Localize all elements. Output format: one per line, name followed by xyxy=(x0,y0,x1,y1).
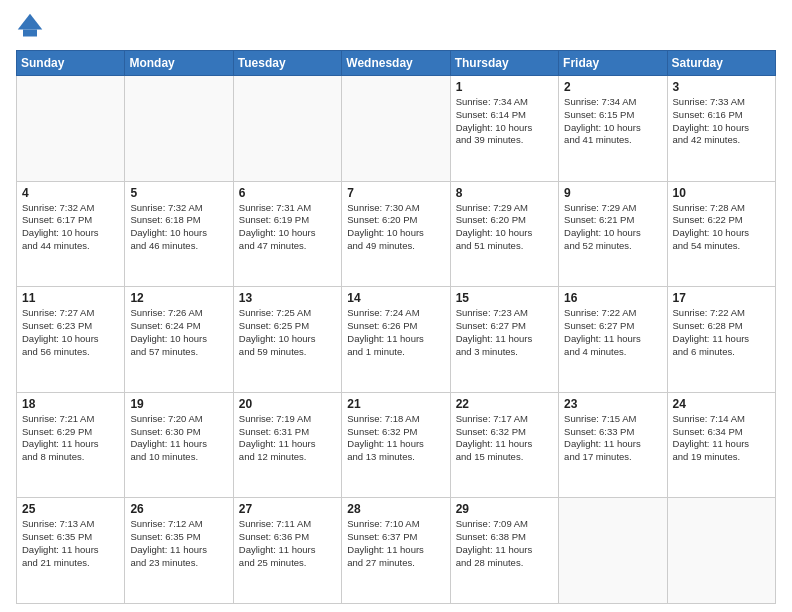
calendar-week-row: 11Sunrise: 7:27 AM Sunset: 6:23 PM Dayli… xyxy=(17,287,776,393)
day-number: 23 xyxy=(564,397,661,411)
calendar-cell: 28Sunrise: 7:10 AM Sunset: 6:37 PM Dayli… xyxy=(342,498,450,604)
calendar-cell: 4Sunrise: 7:32 AM Sunset: 6:17 PM Daylig… xyxy=(17,181,125,287)
day-info: Sunrise: 7:23 AM Sunset: 6:27 PM Dayligh… xyxy=(456,307,553,358)
day-info: Sunrise: 7:26 AM Sunset: 6:24 PM Dayligh… xyxy=(130,307,227,358)
calendar-cell xyxy=(125,76,233,182)
calendar-cell xyxy=(342,76,450,182)
calendar-cell: 16Sunrise: 7:22 AM Sunset: 6:27 PM Dayli… xyxy=(559,287,667,393)
day-info: Sunrise: 7:29 AM Sunset: 6:20 PM Dayligh… xyxy=(456,202,553,253)
logo xyxy=(16,12,48,40)
col-header-friday: Friday xyxy=(559,51,667,76)
day-info: Sunrise: 7:30 AM Sunset: 6:20 PM Dayligh… xyxy=(347,202,444,253)
day-info: Sunrise: 7:34 AM Sunset: 6:14 PM Dayligh… xyxy=(456,96,553,147)
calendar-cell: 3Sunrise: 7:33 AM Sunset: 6:16 PM Daylig… xyxy=(667,76,775,182)
col-header-thursday: Thursday xyxy=(450,51,558,76)
calendar-header-row: SundayMondayTuesdayWednesdayThursdayFrid… xyxy=(17,51,776,76)
calendar-cell: 7Sunrise: 7:30 AM Sunset: 6:20 PM Daylig… xyxy=(342,181,450,287)
calendar-cell xyxy=(17,76,125,182)
day-number: 13 xyxy=(239,291,336,305)
day-info: Sunrise: 7:11 AM Sunset: 6:36 PM Dayligh… xyxy=(239,518,336,569)
calendar-cell: 15Sunrise: 7:23 AM Sunset: 6:27 PM Dayli… xyxy=(450,287,558,393)
col-header-saturday: Saturday xyxy=(667,51,775,76)
col-header-wednesday: Wednesday xyxy=(342,51,450,76)
calendar-cell: 5Sunrise: 7:32 AM Sunset: 6:18 PM Daylig… xyxy=(125,181,233,287)
calendar-cell xyxy=(667,498,775,604)
day-number: 18 xyxy=(22,397,119,411)
calendar-week-row: 4Sunrise: 7:32 AM Sunset: 6:17 PM Daylig… xyxy=(17,181,776,287)
svg-rect-1 xyxy=(23,30,37,37)
day-number: 21 xyxy=(347,397,444,411)
day-number: 12 xyxy=(130,291,227,305)
day-number: 8 xyxy=(456,186,553,200)
calendar-table: SundayMondayTuesdayWednesdayThursdayFrid… xyxy=(16,50,776,604)
header xyxy=(16,12,776,40)
day-info: Sunrise: 7:12 AM Sunset: 6:35 PM Dayligh… xyxy=(130,518,227,569)
day-number: 19 xyxy=(130,397,227,411)
day-number: 9 xyxy=(564,186,661,200)
day-info: Sunrise: 7:33 AM Sunset: 6:16 PM Dayligh… xyxy=(673,96,770,147)
calendar-week-row: 1Sunrise: 7:34 AM Sunset: 6:14 PM Daylig… xyxy=(17,76,776,182)
day-info: Sunrise: 7:20 AM Sunset: 6:30 PM Dayligh… xyxy=(130,413,227,464)
calendar-cell: 18Sunrise: 7:21 AM Sunset: 6:29 PM Dayli… xyxy=(17,392,125,498)
calendar-cell: 8Sunrise: 7:29 AM Sunset: 6:20 PM Daylig… xyxy=(450,181,558,287)
calendar-cell: 9Sunrise: 7:29 AM Sunset: 6:21 PM Daylig… xyxy=(559,181,667,287)
day-info: Sunrise: 7:18 AM Sunset: 6:32 PM Dayligh… xyxy=(347,413,444,464)
day-info: Sunrise: 7:25 AM Sunset: 6:25 PM Dayligh… xyxy=(239,307,336,358)
day-info: Sunrise: 7:27 AM Sunset: 6:23 PM Dayligh… xyxy=(22,307,119,358)
day-number: 2 xyxy=(564,80,661,94)
day-number: 15 xyxy=(456,291,553,305)
day-number: 3 xyxy=(673,80,770,94)
day-info: Sunrise: 7:17 AM Sunset: 6:32 PM Dayligh… xyxy=(456,413,553,464)
day-info: Sunrise: 7:34 AM Sunset: 6:15 PM Dayligh… xyxy=(564,96,661,147)
day-number: 26 xyxy=(130,502,227,516)
day-info: Sunrise: 7:22 AM Sunset: 6:27 PM Dayligh… xyxy=(564,307,661,358)
calendar-week-row: 25Sunrise: 7:13 AM Sunset: 6:35 PM Dayli… xyxy=(17,498,776,604)
calendar-cell: 20Sunrise: 7:19 AM Sunset: 6:31 PM Dayli… xyxy=(233,392,341,498)
day-number: 17 xyxy=(673,291,770,305)
day-info: Sunrise: 7:29 AM Sunset: 6:21 PM Dayligh… xyxy=(564,202,661,253)
day-number: 14 xyxy=(347,291,444,305)
calendar-cell: 10Sunrise: 7:28 AM Sunset: 6:22 PM Dayli… xyxy=(667,181,775,287)
calendar-week-row: 18Sunrise: 7:21 AM Sunset: 6:29 PM Dayli… xyxy=(17,392,776,498)
day-info: Sunrise: 7:21 AM Sunset: 6:29 PM Dayligh… xyxy=(22,413,119,464)
day-number: 28 xyxy=(347,502,444,516)
day-info: Sunrise: 7:10 AM Sunset: 6:37 PM Dayligh… xyxy=(347,518,444,569)
col-header-sunday: Sunday xyxy=(17,51,125,76)
calendar-cell: 22Sunrise: 7:17 AM Sunset: 6:32 PM Dayli… xyxy=(450,392,558,498)
calendar-cell: 25Sunrise: 7:13 AM Sunset: 6:35 PM Dayli… xyxy=(17,498,125,604)
calendar-cell: 2Sunrise: 7:34 AM Sunset: 6:15 PM Daylig… xyxy=(559,76,667,182)
col-header-monday: Monday xyxy=(125,51,233,76)
day-info: Sunrise: 7:32 AM Sunset: 6:17 PM Dayligh… xyxy=(22,202,119,253)
calendar-cell: 26Sunrise: 7:12 AM Sunset: 6:35 PM Dayli… xyxy=(125,498,233,604)
calendar-cell: 19Sunrise: 7:20 AM Sunset: 6:30 PM Dayli… xyxy=(125,392,233,498)
calendar-cell xyxy=(559,498,667,604)
day-number: 4 xyxy=(22,186,119,200)
col-header-tuesday: Tuesday xyxy=(233,51,341,76)
calendar-cell: 23Sunrise: 7:15 AM Sunset: 6:33 PM Dayli… xyxy=(559,392,667,498)
calendar-cell xyxy=(233,76,341,182)
logo-icon xyxy=(16,12,44,40)
calendar-cell: 12Sunrise: 7:26 AM Sunset: 6:24 PM Dayli… xyxy=(125,287,233,393)
calendar-cell: 21Sunrise: 7:18 AM Sunset: 6:32 PM Dayli… xyxy=(342,392,450,498)
calendar-cell: 13Sunrise: 7:25 AM Sunset: 6:25 PM Dayli… xyxy=(233,287,341,393)
calendar-cell: 27Sunrise: 7:11 AM Sunset: 6:36 PM Dayli… xyxy=(233,498,341,604)
day-number: 24 xyxy=(673,397,770,411)
day-number: 27 xyxy=(239,502,336,516)
day-info: Sunrise: 7:14 AM Sunset: 6:34 PM Dayligh… xyxy=(673,413,770,464)
page: SundayMondayTuesdayWednesdayThursdayFrid… xyxy=(0,0,792,612)
day-number: 10 xyxy=(673,186,770,200)
day-info: Sunrise: 7:22 AM Sunset: 6:28 PM Dayligh… xyxy=(673,307,770,358)
calendar-cell: 29Sunrise: 7:09 AM Sunset: 6:38 PM Dayli… xyxy=(450,498,558,604)
day-number: 6 xyxy=(239,186,336,200)
calendar-cell: 17Sunrise: 7:22 AM Sunset: 6:28 PM Dayli… xyxy=(667,287,775,393)
day-number: 11 xyxy=(22,291,119,305)
day-number: 25 xyxy=(22,502,119,516)
calendar-cell: 14Sunrise: 7:24 AM Sunset: 6:26 PM Dayli… xyxy=(342,287,450,393)
day-number: 20 xyxy=(239,397,336,411)
day-number: 7 xyxy=(347,186,444,200)
calendar-cell: 1Sunrise: 7:34 AM Sunset: 6:14 PM Daylig… xyxy=(450,76,558,182)
calendar-cell: 24Sunrise: 7:14 AM Sunset: 6:34 PM Dayli… xyxy=(667,392,775,498)
day-number: 22 xyxy=(456,397,553,411)
day-info: Sunrise: 7:31 AM Sunset: 6:19 PM Dayligh… xyxy=(239,202,336,253)
day-info: Sunrise: 7:24 AM Sunset: 6:26 PM Dayligh… xyxy=(347,307,444,358)
